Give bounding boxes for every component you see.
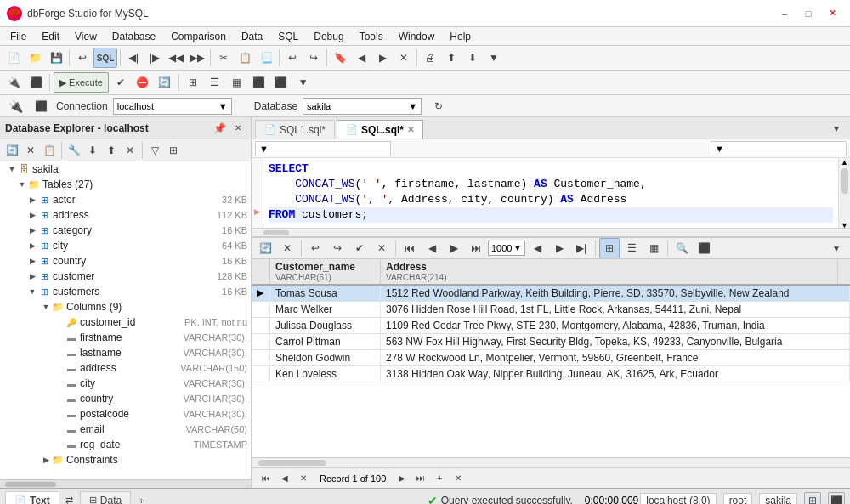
sb-remove[interactable]: ✕ bbox=[122, 142, 139, 159]
tb-copy[interactable]: 📋 bbox=[235, 48, 255, 68]
sb-sort-asc[interactable]: ⬇ bbox=[84, 142, 101, 159]
sidebar-close[interactable]: ✕ bbox=[230, 121, 246, 136]
tb-bookmark[interactable]: 🔖 bbox=[330, 48, 350, 68]
tb-move-right[interactable]: ▶▶ bbox=[187, 48, 207, 68]
tab-sql1[interactable]: 📄 SQL1.sql* bbox=[255, 120, 335, 139]
tb-more2[interactable]: ▼ bbox=[293, 72, 314, 93]
result-prev-edit[interactable]: ↩ bbox=[305, 238, 326, 258]
tree-tables[interactable]: ▼ 📁 Tables (27) bbox=[0, 177, 251, 192]
tree-address[interactable]: ▶ ⊞ address 112 KB bbox=[0, 207, 251, 223]
sidebar-hscroll[interactable] bbox=[0, 479, 251, 488]
table-row-4[interactable]: Carrol Pittman 563 NW Fox Hill Highway, … bbox=[252, 334, 850, 350]
code-hscroll[interactable] bbox=[252, 228, 850, 236]
tab-close-icon[interactable]: ✕ bbox=[407, 125, 414, 134]
nav-add[interactable]: + bbox=[432, 471, 447, 486]
code-editor[interactable]: SELECT CONCAT_WS(' ', firstname, lastnam… bbox=[264, 158, 838, 228]
tb-move-left[interactable]: ◀◀ bbox=[166, 48, 186, 68]
tree-col-postalcode[interactable]: ▬ postalcode VARCHAR(30), bbox=[0, 406, 251, 422]
result-last[interactable]: ⏭ bbox=[466, 238, 486, 258]
sb-refresh[interactable]: 🔄 bbox=[3, 142, 20, 159]
tb-schema3[interactable]: ⬛ bbox=[271, 72, 292, 93]
tb-new[interactable]: 📄 bbox=[3, 48, 24, 68]
result-commit[interactable]: ✔ bbox=[349, 238, 370, 258]
tb-sql[interactable]: SQL bbox=[94, 48, 117, 68]
tb-refresh[interactable]: ↩ bbox=[72, 48, 93, 68]
result-grid-view[interactable]: ⊞ bbox=[599, 238, 620, 258]
table-row-6[interactable]: Ken Loveless 3138 Hidden Oak Way, Nipper… bbox=[252, 366, 850, 382]
nav-del2[interactable]: ✕ bbox=[450, 471, 466, 486]
tb-grid2[interactable]: ☰ bbox=[205, 72, 225, 93]
bottom-view-btn1[interactable]: ⊞ bbox=[804, 492, 821, 505]
result-page-last[interactable]: ▶| bbox=[571, 238, 592, 258]
tree-col-address[interactable]: ▬ address VARCHAR(150) bbox=[0, 360, 251, 376]
tb-undo[interactable]: ↩ bbox=[282, 48, 303, 68]
tb-db-refresh[interactable]: ↻ bbox=[428, 96, 449, 116]
tree-category[interactable]: ▶ ⊞ category 16 KB bbox=[0, 223, 251, 238]
tree-sakila[interactable]: ▼ 🗄 sakila bbox=[0, 161, 251, 177]
sb-group[interactable]: ⊞ bbox=[165, 142, 182, 159]
tab-overflow[interactable]: ▼ bbox=[826, 118, 847, 139]
menu-comparison[interactable]: Comparison bbox=[164, 29, 233, 44]
table-row-3[interactable]: Julissa Douglass 1109 Red Cedar Tree Pkw… bbox=[252, 318, 850, 334]
tb-check[interactable]: ✔ bbox=[110, 72, 131, 93]
tb-more[interactable]: ▼ bbox=[484, 48, 504, 68]
tree-col-regdate[interactable]: ▬ reg_date TIMESTAMP bbox=[0, 437, 251, 452]
nav-next[interactable]: ▶ bbox=[394, 471, 410, 486]
result-find[interactable]: 🔍 bbox=[672, 238, 692, 258]
tb-open[interactable]: 📁 bbox=[25, 48, 45, 68]
tree-col-firstname[interactable]: ▬ firstname VARCHAR(30), bbox=[0, 330, 251, 345]
result-page-prev[interactable]: ◀ bbox=[527, 238, 547, 258]
tb-export[interactable]: ⬆ bbox=[441, 48, 462, 68]
bottom-tab-text[interactable]: 📄 Text bbox=[5, 491, 60, 505]
menu-view[interactable]: View bbox=[68, 29, 104, 44]
sb-filter2[interactable]: ▽ bbox=[146, 142, 163, 159]
tb-schema2[interactable]: ⬛ bbox=[249, 72, 269, 93]
result-refresh[interactable]: 🔄 bbox=[255, 238, 275, 258]
result-text-view[interactable]: ▦ bbox=[643, 238, 664, 258]
sidebar-pin[interactable]: 📌 bbox=[212, 121, 227, 136]
tree-col-lastname[interactable]: ▬ lastname VARCHAR(30), bbox=[0, 345, 251, 360]
result-prev[interactable]: ◀ bbox=[422, 238, 442, 258]
tb-import[interactable]: ⬇ bbox=[462, 48, 483, 68]
result-tb-down[interactable]: ▼ bbox=[826, 238, 847, 258]
tree-col-country[interactable]: ▬ country VARCHAR(30), bbox=[0, 391, 251, 406]
menu-help[interactable]: Help bbox=[443, 29, 478, 44]
tree-col-email[interactable]: ▬ email VARCHAR(50) bbox=[0, 422, 251, 437]
nav-prev[interactable]: ◀ bbox=[277, 471, 292, 486]
tree-customer[interactable]: ▶ ⊞ customer 128 KB bbox=[0, 269, 251, 284]
nav-first[interactable]: ⏮ bbox=[258, 471, 274, 486]
menu-database[interactable]: Database bbox=[105, 29, 162, 44]
grid-hscroll[interactable] bbox=[252, 457, 850, 467]
tree-columns[interactable]: ▼ 📁 Columns (9) bbox=[0, 299, 251, 314]
tb-grid3[interactable]: ▦ bbox=[227, 72, 247, 93]
result-form-view[interactable]: ☰ bbox=[621, 238, 642, 258]
tb-print[interactable]: 🖨 bbox=[420, 48, 440, 68]
grid-header-customer-name[interactable]: Customer_name VARCHAR(61) bbox=[270, 259, 381, 284]
bottom-tab-swap[interactable]: ⇄ bbox=[61, 492, 78, 505]
table-selector[interactable]: ▼ bbox=[711, 141, 847, 156]
bottom-add-tab[interactable]: + bbox=[133, 492, 150, 505]
table-row-5[interactable]: Sheldon Godwin 278 W Rockwood Ln, Montpe… bbox=[252, 350, 850, 366]
tb-align-right[interactable]: |▶ bbox=[144, 48, 165, 68]
table-row-2[interactable]: Marc Welker 3076 Hidden Rose Hill Road, … bbox=[252, 302, 850, 318]
sb-copy[interactable]: 📋 bbox=[41, 142, 58, 159]
tb-paste[interactable]: 📃 bbox=[256, 48, 276, 68]
tb-bookmark-next[interactable]: ▶ bbox=[372, 48, 393, 68]
tb-conn-btn2[interactable]: ⬛ bbox=[31, 96, 51, 116]
bottom-tab-data[interactable]: ⊞ Data bbox=[80, 491, 131, 505]
menu-debug[interactable]: Debug bbox=[307, 29, 350, 44]
tree-customers[interactable]: ▼ ⊞ customers 16 KB bbox=[0, 284, 251, 299]
tab-sql[interactable]: 📄 SQL.sql* ✕ bbox=[337, 120, 423, 139]
menu-window[interactable]: Window bbox=[392, 29, 442, 44]
schema-selector[interactable]: ▼ bbox=[255, 141, 391, 156]
tree-actor[interactable]: ▶ ⊞ actor 32 KB bbox=[0, 192, 251, 207]
editor-vscroll[interactable]: ▲ ▼ bbox=[838, 158, 850, 228]
database-dropdown[interactable]: sakila ▼ bbox=[303, 98, 422, 115]
result-pagesize[interactable]: 1000▼ bbox=[488, 241, 525, 256]
result-cancel[interactable]: ✕ bbox=[277, 238, 298, 258]
nav-last[interactable]: ⏭ bbox=[413, 471, 428, 486]
tb-schema[interactable]: ⬛ bbox=[26, 72, 46, 93]
tree-country[interactable]: ▶ ⊞ country 16 KB bbox=[0, 253, 251, 269]
result-rollback[interactable]: ✕ bbox=[371, 238, 392, 258]
table-row-1[interactable]: ▶ Tomas Sousa 1512 Red Woodland Parkway,… bbox=[252, 286, 850, 302]
